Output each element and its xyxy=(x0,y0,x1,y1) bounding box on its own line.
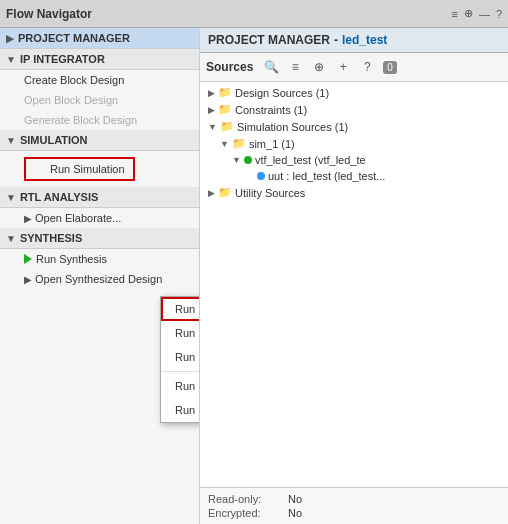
dropdown-run-post-synthesis-functional[interactable]: Run Post-Synthesis Functional Simulation xyxy=(161,321,200,345)
prop-row-readonly: Read-only: No xyxy=(208,492,500,506)
utility-chevron xyxy=(208,188,215,198)
prop-row-encrypted: Encrypted: No xyxy=(208,506,500,520)
collapse-all-button[interactable]: ≡ xyxy=(285,57,305,77)
tree-constraints[interactable]: 📁 Constraints (1) xyxy=(200,101,508,118)
sim-chevron xyxy=(6,135,16,146)
filter-button[interactable]: ⊕ xyxy=(309,57,329,77)
search-button[interactable]: 🔍 xyxy=(261,57,281,77)
pm-chevron xyxy=(6,33,14,44)
design-sources-folder-icon: 📁 xyxy=(218,86,232,99)
project-manager-panel: PROJECT MANAGER - led_test Sources 🔍 ≡ ⊕… xyxy=(200,28,508,524)
simulation-items: Run Simulation xyxy=(0,151,199,187)
nav-run-synthesis[interactable]: Run Synthesis xyxy=(0,249,199,269)
toolbar-icons: 🔍 ≡ ⊕ + ? 0 xyxy=(261,57,397,77)
properties-area: Read-only: No Encrypted: No xyxy=(200,487,508,524)
section-simulation[interactable]: SIMULATION xyxy=(0,130,199,151)
tree-vtf-led-test[interactable]: vtf_led_test (vtf_led_te xyxy=(200,152,508,168)
run-synthesis-play-icon xyxy=(24,254,32,264)
tree-design-sources[interactable]: 📁 Design Sources (1) xyxy=(200,84,508,101)
add-button[interactable]: + xyxy=(333,57,353,77)
flow-navigator-panel: PROJECT MANAGER IP INTEGRATOR Create Blo… xyxy=(0,28,200,524)
sources-toolbar: Sources 🔍 ≡ ⊕ + ? 0 xyxy=(200,53,508,82)
elaborate-arrow-icon: ▶ xyxy=(24,213,32,224)
dropdown-run-post-synthesis-timing[interactable]: Run Post-Synthesis Timing Simulation xyxy=(161,345,200,369)
top-bar-icons: ≡ ⊕ — ? xyxy=(451,7,502,20)
rtl-chevron xyxy=(6,192,16,203)
section-rtl-analysis[interactable]: RTL ANALYSIS xyxy=(0,187,199,208)
constraints-label: Constraints (1) xyxy=(235,104,504,116)
sim1-folder-icon: 📁 xyxy=(232,137,246,150)
tree-uut-led-test[interactable]: uut : led_test (led_test... xyxy=(200,168,508,184)
sim1-chevron xyxy=(220,139,229,149)
constraints-chevron xyxy=(208,105,215,115)
section-ip-label: IP INTEGRATOR xyxy=(20,53,105,65)
encrypted-key: Encrypted: xyxy=(208,507,288,519)
section-rtl-label: RTL ANALYSIS xyxy=(20,191,98,203)
utility-sources-label: Utility Sources xyxy=(235,187,504,199)
nav-open-block-design: Open Block Design xyxy=(0,90,199,110)
sim1-label: sim_1 (1) xyxy=(249,138,504,150)
tree-sim-1[interactable]: 📁 sim_1 (1) xyxy=(200,135,508,152)
uut-led-test-label: uut : led_test (led_test... xyxy=(268,170,504,182)
synth-chevron xyxy=(6,233,16,244)
dropdown-divider-1 xyxy=(161,371,200,372)
readonly-key: Read-only: xyxy=(208,493,288,505)
section-synth-label: SYNTHESIS xyxy=(20,232,82,244)
nav-generate-block-design: Generate Block Design xyxy=(0,110,199,130)
rtl-analysis-items: ▶ Open Elaborate... xyxy=(0,208,199,228)
sim-sources-chevron xyxy=(208,122,217,132)
nav-run-simulation[interactable]: Run Simulation xyxy=(24,157,135,181)
help-button[interactable]: ? xyxy=(357,57,377,77)
ip-chevron xyxy=(6,54,16,65)
synthesis-items: Run Synthesis ▶ Open Synthesized Design xyxy=(0,249,199,289)
dropdown-run-behavioral[interactable]: Run Behavioral Simulation xyxy=(161,297,200,321)
section-synthesis[interactable]: SYNTHESIS xyxy=(0,228,199,249)
design-sources-chevron xyxy=(208,88,215,98)
vtf-led-test-label: vtf_led_test (vtf_led_te xyxy=(255,154,504,166)
menu-icon[interactable]: ≡ xyxy=(451,8,457,20)
sources-tree: 📁 Design Sources (1) 📁 Constraints (1) 📁… xyxy=(200,82,508,487)
project-manager-header: PROJECT MANAGER - led_test xyxy=(200,28,508,53)
help-icon[interactable]: ? xyxy=(496,8,502,20)
uut-status-dot xyxy=(257,172,265,180)
dropdown-run-post-impl-functional[interactable]: Run Post-Implementation Functional Simul… xyxy=(161,374,200,398)
status-badge: 0 xyxy=(383,61,397,74)
simulation-dropdown: Run Behavioral Simulation Run Post-Synth… xyxy=(160,296,200,423)
vtf-chevron xyxy=(232,155,241,165)
design-sources-label: Design Sources (1) xyxy=(235,87,504,99)
sim-sources-folder-icon: 📁 xyxy=(220,120,234,133)
sim-sources-label: Simulation Sources (1) xyxy=(237,121,504,133)
encrypted-value: No xyxy=(288,507,302,519)
utility-folder-icon: 📁 xyxy=(218,186,232,199)
sources-title: Sources xyxy=(206,60,253,74)
constraints-folder-icon: 📁 xyxy=(218,103,232,116)
nav-open-elaborate[interactable]: ▶ Open Elaborate... xyxy=(0,208,199,228)
section-project-manager[interactable]: PROJECT MANAGER xyxy=(0,28,199,49)
vtf-status-dot xyxy=(244,156,252,164)
nav-open-synthesized-design[interactable]: ▶ Open Synthesized Design xyxy=(0,269,199,289)
tree-simulation-sources[interactable]: 📁 Simulation Sources (1) xyxy=(200,118,508,135)
main-layout: PROJECT MANAGER IP INTEGRATOR Create Blo… xyxy=(0,28,508,524)
flow-navigator-title: Flow Navigator xyxy=(6,7,451,21)
pm-title: PROJECT MANAGER xyxy=(208,33,330,47)
top-bar: Flow Navigator ≡ ⊕ — ? xyxy=(0,0,508,28)
readonly-value: No xyxy=(288,493,302,505)
synthesized-arrow-icon: ▶ xyxy=(24,274,32,285)
pm-separator: - xyxy=(334,33,338,47)
pm-project-name: led_test xyxy=(342,33,387,47)
minimize-icon[interactable]: — xyxy=(479,8,490,20)
section-pm-label: PROJECT MANAGER xyxy=(18,32,130,44)
section-ip-integrator[interactable]: IP INTEGRATOR xyxy=(0,49,199,70)
pin-icon[interactable]: ⊕ xyxy=(464,7,473,20)
section-sim-label: SIMULATION xyxy=(20,134,88,146)
dropdown-run-post-impl-timing[interactable]: Run Post-Implementation Timing Simulatio… xyxy=(161,398,200,422)
nav-create-block-design[interactable]: Create Block Design xyxy=(0,70,199,90)
ip-integrator-items: Create Block Design Open Block Design Ge… xyxy=(0,70,199,130)
tree-utility-sources[interactable]: 📁 Utility Sources xyxy=(200,184,508,201)
